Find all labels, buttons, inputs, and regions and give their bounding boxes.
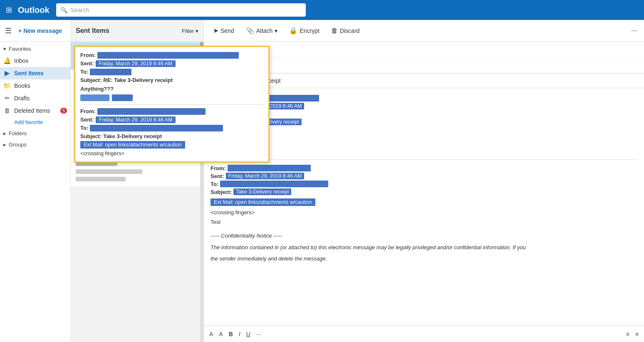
- books-icon: 📁: [3, 82, 11, 89]
- send-button[interactable]: ➤ Send: [211, 25, 237, 36]
- filter-button[interactable]: Filter ▾: [182, 28, 198, 34]
- cc-field-row: Cc: [204, 57, 644, 73]
- body1-blurred: [211, 138, 637, 145]
- popup-to-label: To:: [80, 69, 88, 75]
- popup2-from-value: [97, 108, 206, 115]
- popup-subject-row: Subject: RE: Take 3-Delivery receipt: [80, 77, 263, 83]
- body2-subject-value: Take 3-Delivery receipt: [233, 188, 291, 195]
- body2-test: Test: [211, 219, 637, 225]
- email-body-area[interactable]: From: Sent: Friday, March 29, 2019 8:46 …: [204, 88, 644, 325]
- chevron-down-icon: ▾: [3, 46, 6, 52]
- more-format-button[interactable]: ···: [254, 330, 263, 339]
- sidebar-groups-toggle[interactable]: ▸ Groups: [0, 139, 70, 150]
- sidebar-toolbar: ☰ + New message: [0, 20, 70, 42]
- popup-from-label: From:: [80, 52, 96, 58]
- grid-icon[interactable]: ⊞: [3, 3, 15, 17]
- toolbar-more-button[interactable]: ···: [631, 26, 637, 35]
- popup2-to-value: [90, 125, 223, 131]
- drafts-icon: ✏: [3, 94, 11, 102]
- sidebar-item-drafts[interactable]: ✏ Drafts: [0, 92, 70, 104]
- inbox-icon: 🔔: [3, 57, 11, 64]
- sidebar-favorites-toggle[interactable]: ▾ Favorites: [0, 43, 70, 55]
- sidebar-folders-toggle[interactable]: ▸ Folders: [0, 128, 70, 139]
- attach-icon: 📎: [246, 27, 254, 35]
- attach-button[interactable]: 📎 Attach ▾: [243, 25, 280, 36]
- popup-blurred-row: [80, 94, 263, 101]
- body1-subject-row: Subject: RE: Take 3-Delivery receipt: [211, 119, 637, 125]
- body2-sent-row: Sent: Friday, March 29, 2019 8:46 AM: [211, 173, 637, 179]
- sidebar-nav: ▾ Favorites 🔔 Inbox ▶ Sent Items 📁 Books…: [0, 42, 70, 342]
- cc-input[interactable]: [224, 62, 637, 69]
- body2-sent-value: Friday, March 29, 2019 8:46 AM: [226, 173, 305, 179]
- font-size-button[interactable]: A: [207, 330, 215, 339]
- hamburger-icon[interactable]: ☰: [3, 25, 13, 37]
- format-toolbar: A A B I U ··· ≡ ≡: [204, 325, 644, 342]
- main-area: ☰ + New message ▾ Favorites 🔔 Inbox ▶ Se…: [0, 20, 644, 342]
- underline-button[interactable]: U: [244, 330, 253, 339]
- deleted-items-badge: 5: [60, 108, 67, 114]
- sidebar-item-deleted-items[interactable]: 🗑 Deleted Items 5: [0, 104, 70, 116]
- email-content-panel: ➤ Send 📎 Attach ▾ 🔒 Encrypt 🗑 Discard ··…: [204, 20, 644, 342]
- popup2-sent-value: Friday, March 29, 2019 8:46 AM: [96, 116, 176, 123]
- encrypt-button[interactable]: 🔒 Encrypt: [287, 25, 322, 36]
- confidentiality-header: ----- Confidentiality Notice -----: [211, 232, 637, 240]
- zoom-popup: From: Sent: Friday, March 29, 2019 8:46 …: [74, 46, 270, 163]
- plus-icon: +: [18, 27, 22, 34]
- body-block-2: From: Sent: Friday, March 29, 2019 8:46 …: [211, 165, 637, 225]
- body2-from-value: [228, 165, 311, 171]
- add-favorite-link[interactable]: Add favorite: [0, 116, 70, 128]
- sidebar-item-inbox[interactable]: 🔔 Inbox: [0, 55, 70, 67]
- body1-anything: Anything???: [211, 129, 637, 135]
- search-bar[interactable]: 🔍 Search: [56, 3, 306, 17]
- compose-fields: To Cc: [204, 42, 644, 74]
- popup-sent-row: Sent: Friday, March 29, 2019 8:46 AM: [80, 60, 263, 67]
- topbar: ⊞ Outlook 🔍 Search: [0, 0, 644, 20]
- discard-button[interactable]: 🗑 Discard: [329, 25, 362, 36]
- confidentiality-body: The information contained in (or attache…: [211, 243, 637, 252]
- chevron-right-icon: ▸: [3, 130, 6, 136]
- body2-to-row: To:: [211, 181, 637, 187]
- app-logo: Outlook: [18, 5, 50, 15]
- to-input[interactable]: [224, 46, 637, 53]
- body2-from-row: From:: [211, 165, 637, 171]
- popup2-subject-value: Take 3-Delivery receipt: [103, 133, 162, 139]
- body2-to-label: To:: [211, 181, 218, 187]
- sidebar-item-sent-items[interactable]: ▶ Sent Items: [0, 67, 70, 79]
- search-placeholder: Search: [71, 7, 89, 13]
- align-button[interactable]: ≡: [624, 330, 632, 339]
- popup-from-value: [97, 52, 239, 59]
- popup-ext-mail: Ext Mail: open links/attachments w/cauti…: [80, 141, 263, 149]
- bold-button[interactable]: B: [227, 330, 235, 339]
- confidentiality-body2: the sender immediately and delete the me…: [211, 255, 637, 263]
- body2-ext: Ext Mail: open links/attachments w/cauti…: [211, 198, 637, 207]
- popup-to-row: To:: [80, 69, 263, 75]
- discard-icon: 🗑: [331, 27, 338, 35]
- body-block-1: From: Sent: Friday, March 29, 2019 8:46 …: [211, 95, 637, 153]
- body2-sent-label: Sent:: [211, 173, 224, 179]
- popup-anything: Anything???: [80, 86, 263, 92]
- body1-from-row: From:: [211, 95, 637, 102]
- to-field-row: To: [204, 42, 644, 57]
- body2-subject-label: Subject:: [211, 189, 232, 195]
- body-divider-1: [211, 159, 637, 160]
- popup-subject-value: RE: Take 3-Delivery receipt: [103, 77, 173, 83]
- body1-blurred2: [211, 146, 637, 153]
- filter-chevron-icon: ▾: [196, 28, 198, 34]
- popup2-from-row: From:: [80, 108, 263, 115]
- sidebar-item-books[interactable]: 📁 Books: [0, 79, 70, 92]
- italic-button[interactable]: I: [237, 330, 243, 339]
- confidentiality-section: ----- Confidentiality Notice ----- The i…: [211, 232, 637, 263]
- attach-chevron-icon: ▾: [275, 27, 277, 34]
- chevron-right-icon2: ▸: [3, 141, 6, 148]
- compose-toolbar: ➤ Send 📎 Attach ▾ 🔒 Encrypt 🗑 Discard ··…: [204, 20, 644, 42]
- sent-icon: ▶: [3, 69, 11, 77]
- body2-crossing: <crossing fingers>: [211, 209, 637, 216]
- new-message-button[interactable]: + New message: [16, 26, 64, 36]
- font-color-button[interactable]: A: [217, 330, 225, 339]
- format-more-button[interactable]: ≡: [633, 330, 641, 339]
- popup-sent-label: Sent:: [80, 60, 94, 67]
- email-list-panel: Sent Items Filter ▾ 8:46 AM 8:40 AM: [71, 20, 204, 342]
- body2-from-label: From:: [211, 165, 226, 171]
- body2-subject-row: Subject: Take 3-Delivery receipt: [211, 188, 637, 195]
- email-list-header: Sent Items Filter ▾: [71, 20, 203, 42]
